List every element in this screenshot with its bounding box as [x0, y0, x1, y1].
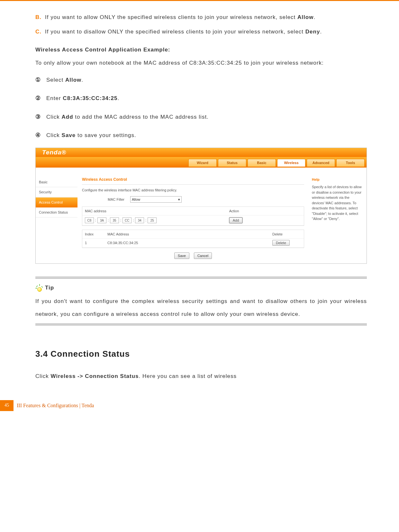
step-1-text: Select Allow. [46, 74, 367, 86]
tip-text: If you don't want to configure the compl… [35, 295, 367, 320]
mac-octet-5[interactable]: 34 [135, 217, 144, 223]
sec-pre: Click [35, 373, 51, 379]
section-heading: 3.4 Connection Status [35, 345, 367, 363]
example-intro: To only allow your own notebook at the M… [35, 57, 367, 69]
mac-input-table: MAC address Action C8: 3A: 35: CC: 34: 2… [82, 206, 304, 226]
step-3-text: Click Add to add the MAC address to the … [46, 111, 367, 123]
sec-post: . Here you can see a list of wireless [139, 373, 237, 379]
mac-filter-row: MAC Filter Allow ▾ [82, 196, 304, 203]
text-c-post: . [320, 29, 322, 35]
colon-sep: : [108, 218, 109, 223]
text-b-post: . [313, 14, 315, 20]
panel-desc: Configure the wireless interface MAC add… [82, 188, 304, 192]
tip-header: Tip [35, 282, 367, 294]
mac-inputs: C8: 3A: 35: CC: 34: 25 [85, 217, 229, 223]
mac-list-row-1: 1 C8:3A:35:CC:34:25 Delete [82, 239, 304, 247]
s2-post: . [117, 95, 119, 101]
help-title: Help [312, 177, 362, 182]
mac-octet-3[interactable]: 35 [110, 217, 119, 223]
marker-c: C. [35, 26, 45, 38]
sec-bold: Wireless -> Connection Status [51, 373, 139, 379]
page-number: 45 [0, 400, 14, 411]
add-button[interactable]: Add [229, 217, 243, 223]
colon-sep: : [95, 218, 96, 223]
mac-filter-label: MAC Filter [82, 197, 130, 202]
colon-sep: : [145, 218, 146, 223]
sidebar-item-connection-status[interactable]: Connection Status [36, 207, 77, 217]
text-c-bold: Deny [305, 29, 320, 35]
action-cell: Add [229, 218, 301, 223]
macaddr-header: MAC Address [107, 232, 272, 236]
page-footer: 45 III Features & Configurations | Tenda [0, 400, 399, 411]
ss-sidebar: Basic Security Access Control Connection… [36, 168, 77, 263]
step-4-marker: ④ [35, 129, 46, 142]
step-2-marker: ② [35, 92, 46, 105]
s2-bold: C8:3A:35:CC:34:25 [63, 95, 117, 101]
step-1-marker: ① [35, 74, 46, 87]
help-panel: Help Specify a list of devices to allow … [309, 168, 367, 263]
s4-bold: Save [62, 132, 76, 138]
tip-label: Tip [45, 282, 54, 294]
list-item-b: B. If you want to allow ONLY the specifi… [35, 11, 367, 23]
text-b-pre: If you want to allow ONLY the specified … [45, 14, 297, 20]
ss-header-bar: Tenda® [36, 148, 367, 157]
s1-post: . [81, 77, 83, 83]
text-c-pre: If you want to disallow ONLY the specifi… [45, 29, 305, 35]
mac-octet-4[interactable]: CC [122, 217, 131, 223]
tab-advanced[interactable]: Advanced [307, 159, 335, 167]
action-header: Action [229, 209, 301, 213]
s1-bold: Allow [65, 77, 81, 83]
tip-divider-bottom [35, 324, 367, 326]
tab-wizard[interactable]: Wizard [188, 159, 217, 167]
row1-delete-cell: Delete [272, 241, 301, 245]
save-button[interactable]: Save [174, 252, 189, 259]
tab-basic[interactable]: Basic [248, 159, 276, 167]
tab-tools[interactable]: Tools [336, 159, 365, 167]
tab-wireless[interactable]: Wireless [277, 159, 305, 167]
row1-mac: C8:3A:35:CC:34:25 [107, 241, 272, 245]
mac-octet-1[interactable]: C8 [85, 217, 94, 223]
page-content: B. If you want to allow ONLY the specifi… [0, 1, 399, 387]
ss-body: Basic Security Access Control Connection… [36, 168, 367, 263]
mac-address-header: MAC address [85, 209, 229, 213]
mac-filter-select[interactable]: Allow ▾ [130, 196, 182, 203]
s3-post: to add the MAC address to the MAC addres… [73, 114, 209, 120]
help-text: Specify a list of devices to allow or di… [312, 184, 362, 222]
delete-button[interactable]: Delete [272, 240, 290, 246]
s4-post: to save your settings. [76, 132, 136, 138]
sidebar-item-security[interactable]: Security [36, 187, 77, 197]
sidebar-item-basic[interactable]: Basic [36, 177, 77, 187]
mac-list-table: Index MAC Address Delete 1 C8:3A:35:CC:3… [82, 230, 304, 248]
tab-status[interactable]: Status [218, 159, 246, 167]
tenda-logo: Tenda® [42, 149, 66, 157]
mac-input-row: C8: 3A: 35: CC: 34: 25 Add [82, 216, 304, 225]
step-4: ④ Click Save to save your settings. [35, 129, 367, 142]
sidebar-item-access-control[interactable]: Access Control [36, 197, 77, 207]
panel-title: Wireless Access Control [82, 177, 304, 185]
s1-pre: Select [46, 77, 65, 83]
mac-octet-6[interactable]: 25 [148, 217, 157, 223]
mac-octet-2[interactable]: 3A [97, 217, 106, 223]
text-b: If you want to allow ONLY the specified … [45, 11, 367, 23]
delete-header: Delete [272, 232, 301, 236]
chevron-down-icon: ▾ [178, 197, 180, 202]
ss-top-tabs: Wizard Status Basic Wireless Advanced To… [36, 157, 367, 167]
mac-table-header: MAC address Action [82, 207, 304, 216]
footer-text: III Features & Configurations | Tenda [14, 400, 97, 411]
step-2-text: Enter C8:3A:35:CC:34:25. [46, 92, 367, 104]
form-buttons: Save Cancel [82, 252, 304, 259]
section-paragraph: Click Wireless -> Connection Status. Her… [35, 370, 367, 382]
step-2: ② Enter C8:3A:35:CC:34:25. [35, 92, 367, 105]
step-3: ③ Click Add to add the MAC address to th… [35, 111, 367, 124]
s2-pre: Enter [46, 95, 63, 101]
text-b-bold: Allow [297, 14, 313, 20]
tip-divider-top [35, 277, 367, 279]
mac-filter-value: Allow [132, 197, 140, 202]
list-item-c: C. If you want to disallow ONLY the spec… [35, 26, 367, 38]
embedded-screenshot: Tenda® Wizard Status Basic Wireless Adva… [35, 148, 367, 264]
row1-index: 1 [85, 241, 107, 245]
cancel-button[interactable]: Cancel [194, 252, 212, 259]
step-4-text: Click Save to save your settings. [46, 129, 367, 141]
marker-b: B. [35, 11, 45, 23]
step-1: ① Select Allow. [35, 74, 367, 87]
